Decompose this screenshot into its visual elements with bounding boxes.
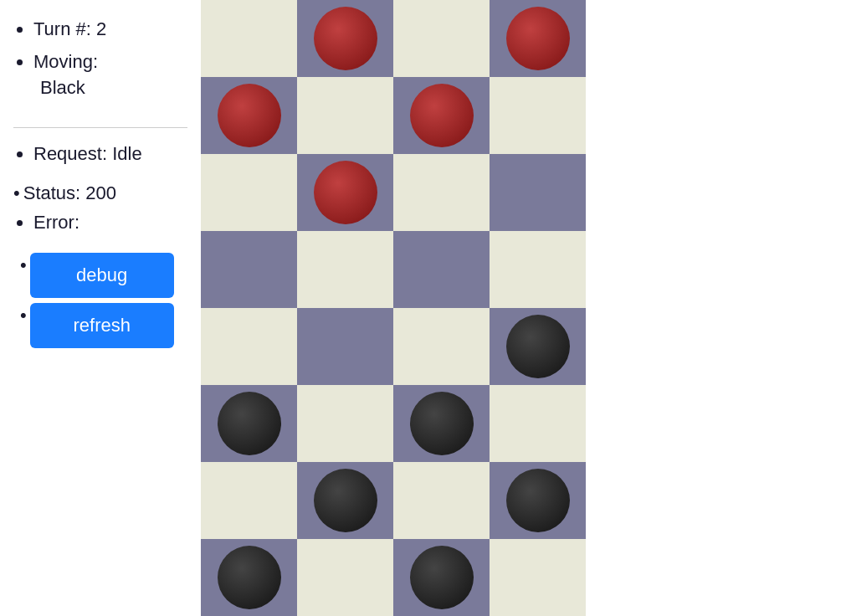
cell-7-0[interactable] — [201, 539, 297, 616]
cell-3-1[interactable] — [297, 231, 393, 308]
refresh-button[interactable]: refresh — [30, 303, 174, 348]
turn-item: Turn #: 2 — [33, 17, 187, 43]
status-list: Request: Idle — [13, 141, 187, 174]
cell-5-1[interactable] — [297, 385, 393, 462]
cell-5-3[interactable] — [490, 385, 586, 462]
cell-0-0[interactable] — [201, 0, 297, 77]
red-piece — [506, 7, 570, 70]
cell-1-3[interactable] — [490, 77, 586, 154]
cell-5-0[interactable] — [201, 385, 297, 462]
cell-2-0[interactable] — [201, 154, 297, 231]
cell-1-2[interactable] — [393, 77, 490, 154]
black-piece — [218, 392, 281, 455]
cell-6-3[interactable] — [490, 462, 586, 539]
cell-4-3[interactable] — [490, 308, 586, 385]
cell-2-2[interactable] — [393, 154, 490, 231]
black-piece — [506, 315, 570, 378]
cell-3-0[interactable] — [201, 231, 297, 308]
cell-4-0[interactable] — [201, 308, 297, 385]
error-list: Error: — [13, 210, 187, 243]
red-piece — [410, 84, 474, 147]
cell-0-3[interactable] — [490, 0, 586, 77]
cell-7-3[interactable] — [490, 539, 586, 616]
game-info-list: Turn #: 2 Moving: Black — [13, 17, 187, 107]
cell-2-1[interactable] — [297, 154, 393, 231]
sidebar: Turn #: 2 Moving: Black Request: Idle • … — [0, 0, 201, 616]
black-piece — [410, 392, 474, 455]
cell-3-2[interactable] — [393, 231, 490, 308]
black-piece — [314, 469, 377, 532]
cell-6-2[interactable] — [393, 462, 490, 539]
cell-7-1[interactable] — [297, 539, 393, 616]
status-label: Status: 200 — [23, 181, 116, 207]
black-piece — [506, 469, 570, 532]
cell-0-2[interactable] — [393, 0, 490, 77]
cell-1-0[interactable] — [201, 77, 297, 154]
debug-bullet-row: • debug — [20, 253, 187, 298]
error-item: Error: — [33, 210, 187, 236]
cell-1-1[interactable] — [297, 77, 393, 154]
cell-6-1[interactable] — [297, 462, 393, 539]
cell-6-0[interactable] — [201, 462, 297, 539]
cell-5-2[interactable] — [393, 385, 490, 462]
request-item: Request: Idle — [33, 141, 187, 167]
red-piece — [314, 161, 377, 224]
cell-0-1[interactable] — [297, 0, 393, 77]
cell-4-1[interactable] — [297, 308, 393, 385]
red-piece — [218, 84, 281, 147]
black-piece — [218, 546, 281, 609]
turn-label: Turn #: — [33, 18, 91, 39]
request-value: Idle — [112, 143, 141, 164]
moving-item: Moving: Black — [33, 49, 187, 101]
debug-bullet: • — [20, 253, 27, 279]
cell-4-2[interactable] — [393, 308, 490, 385]
error-label: Error: — [33, 212, 79, 233]
cell-7-2[interactable] — [393, 539, 490, 616]
turn-value: 2 — [96, 18, 106, 39]
refresh-bullet-row: • refresh — [20, 303, 187, 348]
cell-2-3[interactable] — [490, 154, 586, 231]
cell-3-3[interactable] — [490, 231, 586, 308]
black-piece — [410, 546, 474, 609]
action-buttons: • debug • refresh — [13, 253, 187, 348]
moving-label: Moving: — [33, 51, 98, 72]
board-area — [201, 0, 846, 616]
debug-button[interactable]: debug — [30, 253, 174, 298]
divider — [13, 127, 187, 128]
red-piece — [314, 7, 377, 70]
moving-value: Black — [33, 75, 187, 101]
checkerboard — [201, 0, 586, 616]
request-label: Request: — [33, 143, 107, 164]
refresh-bullet: • — [20, 303, 27, 329]
status-bullet: • — [13, 181, 20, 207]
status-row: • Status: 200 — [13, 181, 187, 207]
